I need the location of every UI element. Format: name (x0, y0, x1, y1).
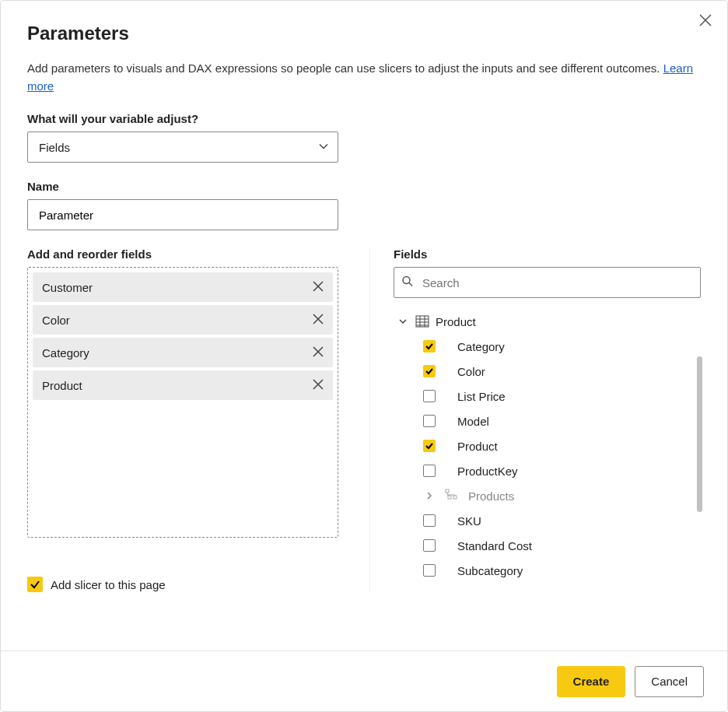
tree-field-label: SKU (457, 514, 481, 528)
tree-field-row[interactable]: Category (394, 334, 695, 359)
reorder-item-label: Customer (42, 281, 93, 294)
variable-adjust-select[interactable]: Fields (27, 132, 338, 163)
chevron-down-icon (398, 317, 408, 326)
tree-field-row[interactable]: Model (394, 409, 695, 433)
expand-button[interactable] (423, 491, 436, 500)
close-icon (313, 346, 324, 357)
tree-field-label: List Price (457, 390, 506, 403)
chevron-right-icon (425, 491, 434, 500)
dialog-description: Add parameters to visuals and DAX expres… (27, 60, 701, 95)
tree-field-label: Model (457, 415, 489, 428)
parameters-dialog: Parameters Add parameters to visuals and… (0, 0, 728, 712)
tree-field-label: Subcategory (457, 564, 523, 577)
field-checkbox[interactable] (423, 514, 436, 527)
reorder-item-label: Product (42, 379, 82, 392)
tree-field-row[interactable]: List Price (394, 384, 695, 409)
tree-field-label: ProductKey (457, 465, 518, 478)
scrollbar[interactable] (697, 356, 702, 512)
field-checkbox[interactable] (423, 465, 436, 477)
tree-field-row[interactable]: SKU (394, 508, 695, 533)
remove-field-button[interactable] (313, 377, 324, 394)
tree-table-label: Product (436, 315, 476, 328)
dialog-footer: Create Cancel (1, 651, 727, 711)
check-icon (425, 367, 434, 376)
name-label: Name (27, 180, 701, 193)
reorder-item-label: Color (42, 314, 70, 327)
description-text: Add parameters to visuals and DAX expres… (27, 61, 663, 75)
reorder-item[interactable]: Product (33, 370, 333, 400)
svg-rect-2 (446, 489, 449, 493)
hierarchy-icon (445, 489, 457, 503)
tree-field-label: Color (457, 365, 485, 378)
fields-search-input[interactable] (394, 267, 701, 298)
collapse-button[interactable] (397, 317, 409, 326)
check-icon (425, 441, 434, 451)
fields-panel-label: Fields (394, 247, 701, 261)
field-checkbox[interactable] (423, 390, 436, 402)
cancel-button[interactable]: Cancel (635, 666, 704, 697)
add-slicer-checkbox[interactable] (27, 577, 43, 592)
close-icon (313, 379, 324, 390)
svg-rect-4 (453, 496, 457, 499)
tree-hierarchy-row[interactable]: Products (394, 483, 695, 508)
reorder-fields-box[interactable]: Customer Color Category Product (27, 267, 338, 538)
svg-point-0 (403, 277, 410, 284)
field-checkbox[interactable] (423, 440, 436, 452)
reorder-item[interactable]: Category (33, 338, 333, 367)
tree-field-label: Standard Cost (457, 539, 532, 552)
reorder-item[interactable]: Color (33, 305, 333, 335)
reorder-item-label: Category (42, 346, 89, 360)
search-icon (401, 275, 414, 290)
name-input[interactable] (27, 199, 338, 230)
tree-field-row[interactable]: Standard Cost (394, 533, 695, 558)
variable-adjust-label: What will your variable adjust? (27, 112, 701, 125)
tree-field-label: Product (457, 440, 498, 453)
field-checkbox[interactable] (423, 365, 436, 377)
field-checkbox[interactable] (423, 415, 436, 427)
table-icon (415, 315, 429, 328)
close-icon (313, 281, 324, 292)
tree-field-label: Products (468, 489, 514, 503)
reorder-item[interactable]: Customer (33, 272, 333, 302)
close-button[interactable] (699, 13, 712, 29)
tree-field-label: Category (457, 340, 505, 353)
remove-field-button[interactable] (313, 312, 324, 328)
field-checkbox[interactable] (423, 564, 436, 577)
close-icon (313, 314, 324, 324)
close-icon (699, 14, 712, 26)
tree-field-row[interactable]: ProductKey (394, 458, 695, 483)
tree-field-row[interactable]: Product (394, 433, 695, 458)
add-slicer-label: Add slicer to this page (51, 578, 166, 591)
field-checkbox[interactable] (423, 539, 436, 552)
remove-field-button[interactable] (313, 279, 324, 296)
reorder-label: Add and reorder fields (27, 247, 338, 261)
tree-field-row[interactable]: Color (394, 359, 695, 384)
check-icon (30, 579, 40, 590)
fields-tree[interactable]: Product Category Color List Price (394, 309, 701, 577)
check-icon (425, 342, 434, 351)
field-checkbox[interactable] (423, 340, 436, 352)
remove-field-button[interactable] (313, 345, 324, 361)
create-button[interactable]: Create (557, 666, 626, 697)
tree-field-row[interactable]: Subcategory (394, 558, 695, 577)
dialog-title: Parameters (27, 23, 701, 44)
svg-rect-3 (448, 496, 451, 499)
tree-table-row[interactable]: Product (394, 309, 695, 334)
variable-adjust-value: Fields (39, 141, 70, 154)
